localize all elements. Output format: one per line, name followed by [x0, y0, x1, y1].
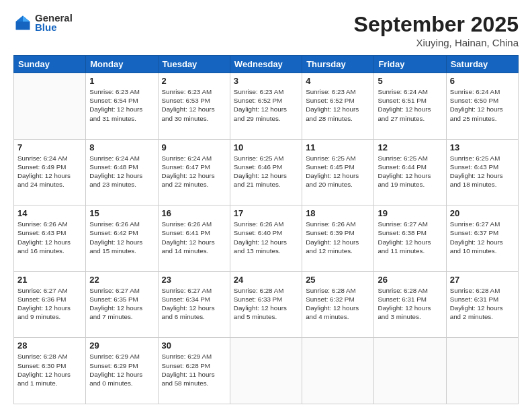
calendar-cell: 8Sunrise: 6:24 AM Sunset: 6:48 PM Daylig… [86, 139, 158, 205]
day-number: 13 [450, 142, 515, 152]
day-info: Sunrise: 6:25 AM Sunset: 6:43 PM Dayligh… [450, 154, 515, 189]
calendar-cell: 24Sunrise: 6:28 AM Sunset: 6:33 PM Dayli… [230, 271, 302, 338]
day-info: Sunrise: 6:24 AM Sunset: 6:47 PM Dayligh… [162, 154, 226, 189]
calendar-cell: 30Sunrise: 6:29 AM Sunset: 6:28 PM Dayli… [158, 338, 230, 404]
day-number: 12 [378, 142, 442, 152]
day-number: 15 [89, 208, 154, 218]
svg-marker-2 [16, 15, 24, 21]
calendar-cell: 16Sunrise: 6:26 AM Sunset: 6:41 PM Dayli… [158, 205, 230, 272]
day-info: Sunrise: 6:27 AM Sunset: 6:35 PM Dayligh… [89, 286, 154, 322]
day-number: 2 [162, 76, 226, 86]
day-info: Sunrise: 6:23 AM Sunset: 6:52 PM Dayligh… [306, 87, 370, 123]
day-number: 16 [162, 208, 226, 218]
calendar-week-row: 7Sunrise: 6:24 AM Sunset: 6:49 PM Daylig… [14, 139, 519, 205]
day-number: 20 [450, 208, 515, 218]
calendar-cell: 14Sunrise: 6:26 AM Sunset: 6:43 PM Dayli… [14, 205, 86, 272]
calendar-cell: 26Sunrise: 6:28 AM Sunset: 6:31 PM Dayli… [374, 271, 446, 338]
day-info: Sunrise: 6:26 AM Sunset: 6:40 PM Dayligh… [234, 220, 298, 255]
header: General Blue September 2025 Xiuying, Hai… [13, 12, 519, 48]
calendar-cell: 11Sunrise: 6:25 AM Sunset: 6:45 PM Dayli… [302, 139, 374, 205]
day-number: 21 [17, 275, 82, 285]
day-info: Sunrise: 6:27 AM Sunset: 6:36 PM Dayligh… [17, 286, 82, 322]
day-info: Sunrise: 6:23 AM Sunset: 6:52 PM Dayligh… [234, 87, 298, 123]
calendar-cell: 15Sunrise: 6:26 AM Sunset: 6:42 PM Dayli… [86, 205, 158, 272]
calendar-cell: 19Sunrise: 6:27 AM Sunset: 6:38 PM Dayli… [374, 205, 446, 272]
day-info: Sunrise: 6:28 AM Sunset: 6:33 PM Dayligh… [234, 286, 298, 322]
day-number: 11 [306, 142, 370, 152]
day-info: Sunrise: 6:27 AM Sunset: 6:37 PM Dayligh… [450, 220, 515, 255]
day-number: 28 [17, 340, 82, 351]
day-number: 25 [306, 275, 370, 285]
day-number: 18 [306, 208, 370, 218]
page: General Blue September 2025 Xiuying, Hai… [0, 0, 532, 411]
calendar-cell: 1Sunrise: 6:23 AM Sunset: 6:54 PM Daylig… [86, 73, 158, 140]
calendar-week-row: 28Sunrise: 6:28 AM Sunset: 6:30 PM Dayli… [14, 338, 519, 404]
day-info: Sunrise: 6:29 AM Sunset: 6:28 PM Dayligh… [162, 352, 226, 387]
day-number: 26 [378, 275, 442, 285]
col-monday: Monday [86, 56, 158, 73]
col-tuesday: Tuesday [158, 56, 230, 73]
day-info: Sunrise: 6:28 AM Sunset: 6:30 PM Dayligh… [17, 352, 82, 387]
day-info: Sunrise: 6:25 AM Sunset: 6:45 PM Dayligh… [306, 154, 370, 189]
calendar-cell: 12Sunrise: 6:25 AM Sunset: 6:44 PM Dayli… [374, 139, 446, 205]
day-number: 19 [378, 208, 442, 218]
day-number: 22 [89, 275, 154, 285]
calendar-cell: 18Sunrise: 6:26 AM Sunset: 6:39 PM Dayli… [302, 205, 374, 272]
day-number: 8 [89, 142, 154, 152]
calendar-cell [302, 338, 374, 404]
day-info: Sunrise: 6:28 AM Sunset: 6:31 PM Dayligh… [378, 286, 442, 322]
svg-marker-1 [23, 15, 30, 21]
day-info: Sunrise: 6:23 AM Sunset: 6:54 PM Dayligh… [89, 87, 154, 123]
day-number: 24 [234, 275, 298, 285]
logo: General Blue [13, 12, 73, 33]
day-number: 27 [450, 275, 515, 285]
day-info: Sunrise: 6:26 AM Sunset: 6:41 PM Dayligh… [162, 220, 226, 255]
calendar-cell: 2Sunrise: 6:23 AM Sunset: 6:53 PM Daylig… [158, 73, 230, 140]
day-number: 9 [162, 142, 226, 152]
day-number: 6 [450, 76, 515, 86]
calendar-week-row: 21Sunrise: 6:27 AM Sunset: 6:36 PM Dayli… [14, 271, 519, 338]
day-info: Sunrise: 6:29 AM Sunset: 6:29 PM Dayligh… [89, 352, 154, 387]
day-info: Sunrise: 6:27 AM Sunset: 6:38 PM Dayligh… [378, 220, 442, 255]
day-info: Sunrise: 6:28 AM Sunset: 6:31 PM Dayligh… [450, 286, 515, 322]
day-info: Sunrise: 6:25 AM Sunset: 6:46 PM Dayligh… [234, 154, 298, 189]
day-info: Sunrise: 6:24 AM Sunset: 6:50 PM Dayligh… [450, 87, 515, 123]
day-info: Sunrise: 6:26 AM Sunset: 6:43 PM Dayligh… [17, 220, 82, 255]
calendar-header-row: Sunday Monday Tuesday Wednesday Thursday… [14, 56, 519, 73]
title-month: September 2025 [354, 12, 519, 37]
calendar-cell: 17Sunrise: 6:26 AM Sunset: 6:40 PM Dayli… [230, 205, 302, 272]
calendar-cell [446, 338, 518, 404]
day-number: 4 [306, 76, 370, 86]
day-number: 5 [378, 76, 442, 86]
title-location: Xiuying, Hainan, China [354, 37, 519, 48]
col-sunday: Sunday [14, 56, 86, 73]
day-info: Sunrise: 6:28 AM Sunset: 6:32 PM Dayligh… [306, 286, 370, 322]
col-saturday: Saturday [446, 56, 518, 73]
day-number: 30 [162, 340, 226, 351]
calendar-cell: 13Sunrise: 6:25 AM Sunset: 6:43 PM Dayli… [446, 139, 518, 205]
col-thursday: Thursday [302, 56, 374, 73]
calendar-cell: 22Sunrise: 6:27 AM Sunset: 6:35 PM Dayli… [86, 271, 158, 338]
calendar-cell: 10Sunrise: 6:25 AM Sunset: 6:46 PM Dayli… [230, 139, 302, 205]
calendar-table: Sunday Monday Tuesday Wednesday Thursday… [13, 55, 519, 404]
calendar-cell: 6Sunrise: 6:24 AM Sunset: 6:50 PM Daylig… [446, 73, 518, 140]
calendar-cell: 28Sunrise: 6:28 AM Sunset: 6:30 PM Dayli… [14, 338, 86, 404]
calendar-week-row: 14Sunrise: 6:26 AM Sunset: 6:43 PM Dayli… [14, 205, 519, 272]
calendar-cell: 23Sunrise: 6:27 AM Sunset: 6:34 PM Dayli… [158, 271, 230, 338]
calendar-cell: 9Sunrise: 6:24 AM Sunset: 6:47 PM Daylig… [158, 139, 230, 205]
calendar-cell: 7Sunrise: 6:24 AM Sunset: 6:49 PM Daylig… [14, 139, 86, 205]
logo-text: General Blue [35, 12, 73, 33]
day-number: 17 [234, 208, 298, 218]
logo-icon [13, 13, 32, 32]
calendar-cell [230, 338, 302, 404]
calendar-cell: 29Sunrise: 6:29 AM Sunset: 6:29 PM Dayli… [86, 338, 158, 404]
calendar-week-row: 1Sunrise: 6:23 AM Sunset: 6:54 PM Daylig… [14, 73, 519, 140]
day-info: Sunrise: 6:23 AM Sunset: 6:53 PM Dayligh… [162, 87, 226, 123]
calendar-cell [374, 338, 446, 404]
day-number: 14 [17, 208, 82, 218]
calendar-cell: 4Sunrise: 6:23 AM Sunset: 6:52 PM Daylig… [302, 73, 374, 140]
col-friday: Friday [374, 56, 446, 73]
day-number: 1 [89, 76, 154, 86]
col-wednesday: Wednesday [230, 56, 302, 73]
day-number: 23 [162, 275, 226, 285]
